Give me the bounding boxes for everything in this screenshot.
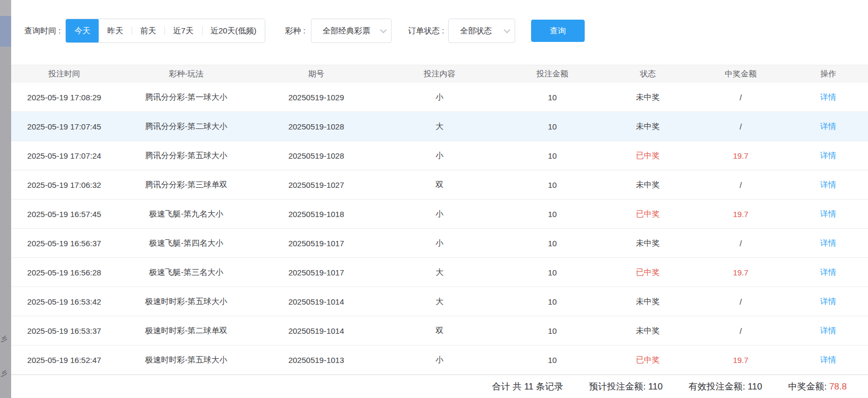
total-records-text: 合计 共 11 条记录 [492, 380, 563, 393]
lottery-play-cell: 腾讯分分彩-第三球单双 [117, 180, 255, 190]
actions-cell: 详情 [788, 326, 868, 336]
bet-time-cell: 2025-05-19 16:56:28 [11, 268, 117, 277]
time-option-yesterday[interactable]: 昨天 [99, 19, 132, 43]
background-menu-highlight [0, 16, 11, 47]
bet-time-cell: 2025-05-19 16:53:37 [11, 326, 117, 335]
background-page-top [0, 0, 11, 16]
status-cell: 已中奖 [603, 267, 693, 278]
detail-link[interactable]: 详情 [820, 209, 836, 218]
bet-amount-cell: 10 [502, 210, 603, 219]
status-cell: 已中奖 [603, 209, 693, 219]
bet-content-cell: 小 [377, 209, 502, 219]
bet-content-cell: 大 [377, 297, 502, 307]
lottery-play-cell: 腾讯分分彩-第二球大小 [117, 122, 255, 132]
actions-cell: 详情 [788, 209, 868, 219]
detail-link[interactable]: 详情 [820, 122, 836, 131]
period-cell: 20250519-1027 [255, 180, 377, 189]
period-cell: 20250519-1013 [255, 356, 377, 365]
bet-content-cell: 小 [377, 151, 502, 161]
lottery-type-select[interactable]: 全部经典彩票 [311, 19, 392, 43]
time-option-day-before[interactable]: 前天 [132, 19, 164, 43]
col-header-prize: 中奖金额 [693, 69, 788, 79]
table-row: 2025-05-19 17:08:29 腾讯分分彩-第一球大小 20250519… [11, 83, 868, 112]
time-option-today[interactable]: 今天 [66, 19, 99, 43]
detail-link[interactable]: 详情 [820, 180, 836, 189]
bet-amount-cell: 10 [502, 180, 603, 189]
detail-link[interactable]: 详情 [820, 238, 836, 247]
period-cell: 20250519-1029 [255, 93, 377, 102]
order-status-label: 订单状态 : [408, 26, 444, 36]
orders-table: 投注时间 彩种-玩法 期号 投注内容 投注金额 状态 中奖金额 操作 2025-… [11, 65, 868, 375]
bet-content-cell: 双 [377, 326, 502, 336]
col-header-bet-amount: 投注金额 [502, 69, 603, 79]
table-header: 投注时间 彩种-玩法 期号 投注内容 投注金额 状态 中奖金额 操作 [11, 65, 868, 83]
clipped-menu-text: 彡 [1, 370, 11, 377]
prize-cell: 19.7 [693, 356, 788, 365]
status-cell: 未中奖 [603, 180, 693, 190]
time-option-last-20-days[interactable]: 近20天(低频) [202, 19, 265, 43]
bet-amount-cell: 10 [502, 151, 603, 160]
lottery-play-cell: 极速时时彩-第二球单双 [117, 326, 255, 336]
prize-cell: / [693, 180, 788, 189]
prize-cell: 19.7 [693, 151, 788, 160]
bet-time-cell: 2025-05-19 17:08:29 [11, 93, 117, 102]
prize-cell: / [693, 93, 788, 102]
lottery-type-value: 全部经典彩票 [323, 26, 370, 36]
records-panel: 查询时间 : 今天 昨天 前天 近7天 近20天(低频) 彩种 : 全部经典彩票… [11, 0, 868, 398]
lottery-play-cell: 极速飞艇-第四名大小 [117, 238, 255, 248]
bet-amount-cell: 10 [502, 122, 603, 131]
period-cell: 20250519-1017 [255, 268, 377, 277]
time-filter-label: 查询时间 : [24, 26, 60, 36]
bet-content-cell: 大 [377, 122, 502, 132]
bet-time-cell: 2025-05-19 17:07:24 [11, 151, 117, 160]
table-row: 2025-05-19 17:07:45 腾讯分分彩-第二球大小 20250519… [11, 112, 868, 141]
query-button[interactable]: 查询 [531, 20, 585, 42]
chevron-down-icon [504, 27, 510, 33]
actions-cell: 详情 [788, 92, 868, 102]
table-row: 2025-05-19 16:53:37 极速时时彩-第二球单双 20250519… [11, 316, 868, 345]
table-row: 2025-05-19 17:07:24 腾讯分分彩-第五球大小 20250519… [11, 141, 868, 170]
actions-cell: 详情 [788, 238, 868, 248]
prize-cell: / [693, 326, 788, 335]
actions-cell: 详情 [788, 297, 868, 307]
bet-time-cell: 2025-05-19 17:06:32 [11, 180, 117, 189]
status-cell: 未中奖 [603, 122, 693, 132]
period-cell: 20250519-1018 [255, 210, 377, 219]
period-cell: 20250519-1017 [255, 239, 377, 248]
table-row: 2025-05-19 17:06:32 腾讯分分彩-第三球单双 20250519… [11, 170, 868, 200]
lottery-play-cell: 极速时时彩-第五球大小 [117, 297, 255, 307]
filter-bar: 查询时间 : 今天 昨天 前天 近7天 近20天(低频) 彩种 : 全部经典彩票… [24, 19, 585, 43]
bet-time-cell: 2025-05-19 16:57:45 [11, 210, 117, 219]
period-cell: 20250519-1028 [255, 151, 377, 160]
table-row: 2025-05-19 16:52:47 极速时时彩-第五球大小 20250519… [11, 345, 868, 375]
bet-content-cell: 小 [377, 92, 502, 102]
bet-content-cell: 双 [377, 180, 502, 190]
detail-link[interactable]: 详情 [820, 326, 836, 335]
order-status-select[interactable]: 全部状态 [448, 19, 515, 43]
detail-link[interactable]: 详情 [820, 355, 836, 364]
time-option-last-7-days[interactable]: 近7天 [164, 19, 202, 43]
bet-time-cell: 2025-05-19 16:56:37 [11, 239, 117, 248]
col-header-lottery-play: 彩种-玩法 [117, 69, 255, 79]
table-row: 2025-05-19 16:56:28 极速飞艇-第三名大小 20250519-… [11, 258, 868, 287]
valid-bet-amount: 有效投注金额: 110 [689, 380, 762, 393]
prize-cell: / [693, 122, 788, 131]
status-cell: 未中奖 [603, 326, 693, 336]
summary-bar: 合计 共 11 条记录 预计投注金额: 110 有效投注金额: 110 中奖金额… [11, 375, 868, 398]
bet-content-cell: 小 [377, 238, 502, 248]
detail-link[interactable]: 详情 [820, 267, 836, 276]
prize-cell: 19.7 [693, 268, 788, 277]
chevron-down-icon [380, 27, 387, 33]
bet-amount-cell: 10 [502, 297, 603, 306]
bet-time-cell: 2025-05-19 17:07:45 [11, 122, 117, 131]
status-cell: 已中奖 [603, 355, 693, 365]
detail-link[interactable]: 详情 [820, 92, 836, 101]
total-prize-amount: 中奖金额: 78.8 [788, 380, 847, 393]
lottery-play-cell: 极速飞艇-第九名大小 [117, 209, 255, 219]
col-header-bet-time: 投注时间 [11, 69, 117, 79]
detail-link[interactable]: 详情 [820, 297, 836, 306]
clipped-menu-text: 彡 [1, 335, 11, 342]
bet-content-cell: 小 [377, 355, 502, 365]
detail-link[interactable]: 详情 [820, 151, 836, 160]
status-cell: 未中奖 [603, 92, 693, 102]
